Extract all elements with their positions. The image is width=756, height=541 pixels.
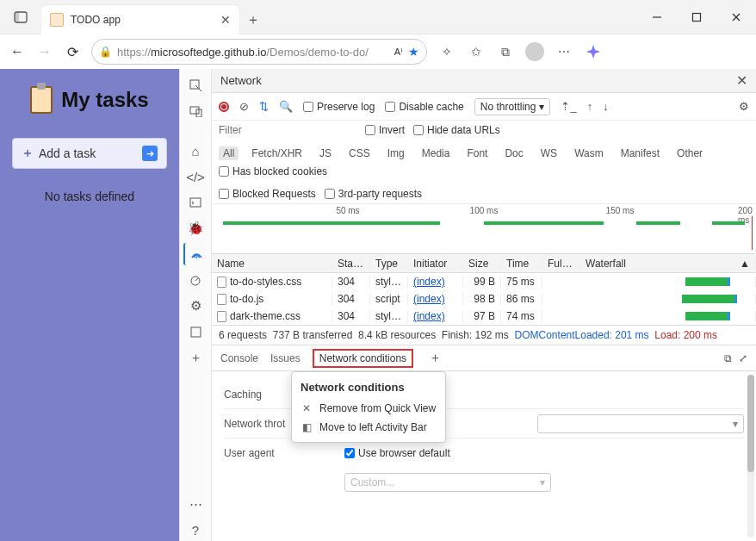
clipboard-icon <box>30 86 53 114</box>
panel-title: Network <box>220 74 262 87</box>
record-button[interactable] <box>219 102 229 112</box>
elements-icon[interactable]: </> <box>183 165 208 188</box>
copilot-icon[interactable] <box>584 42 603 61</box>
filter-input[interactable] <box>219 124 356 136</box>
context-menu-move[interactable]: ◧Move to left Activity Bar <box>292 418 445 437</box>
unpin-icon: ✕ <box>301 402 313 414</box>
use-browser-default-checkbox[interactable]: Use browser default <box>344 447 450 459</box>
col-status[interactable]: Status <box>332 258 370 270</box>
drawer-tab-network-conditions[interactable]: Network conditions <box>313 349 413 368</box>
table-row[interactable]: to-do-styles.css304style...(index)99 B75… <box>212 273 756 290</box>
welcome-icon[interactable]: ⌂ <box>183 140 208 162</box>
expand-icon[interactable]: ⤢ <box>739 352 747 364</box>
url-text: https://microsoftedge.github.io/Demos/de… <box>117 46 389 59</box>
address-bar[interactable]: 🔒 https://microsoftedge.github.io/Demos/… <box>91 39 427 65</box>
drawer-add-tab-button[interactable]: ＋ <box>425 350 445 366</box>
console-icon[interactable] <box>183 191 208 214</box>
filter-css[interactable]: CSS <box>344 146 375 160</box>
throttling-select[interactable]: No throttling ▾ <box>474 98 551 115</box>
new-tab-button[interactable]: ＋ <box>239 5 267 34</box>
devtools-activity-bar: ⌂ </> 🐞 ⚙ ＋ ⋯ ? <box>179 69 212 541</box>
drawer-tab-console[interactable]: Console <box>220 352 258 364</box>
clear-button[interactable]: ⊘ <box>239 100 249 113</box>
back-button[interactable]: ← <box>9 44 26 59</box>
browser-tab[interactable]: TODO app ✕ <box>41 5 239 34</box>
filter-ws[interactable]: WS <box>536 146 561 160</box>
invert-checkbox[interactable]: Invert <box>365 124 405 136</box>
hide-data-urls-checkbox[interactable]: Hide data URLs <box>413 124 500 136</box>
more-tools-icon[interactable]: ＋ <box>183 346 208 369</box>
network-conditions-icon[interactable]: ⇡_ <box>561 100 576 113</box>
window-maximize-button[interactable] <box>677 0 716 34</box>
disable-cache-checkbox[interactable]: Disable cache <box>385 101 463 113</box>
import-har-icon[interactable]: ↑ <box>587 100 593 113</box>
collections-icon[interactable]: ⧉ <box>496 45 515 59</box>
window-minimize-button[interactable] <box>637 0 677 34</box>
preserve-log-checkbox[interactable]: Preserve log <box>303 101 375 113</box>
performance-icon[interactable] <box>183 269 208 291</box>
submit-task-button[interactable]: ➜ <box>142 146 158 161</box>
extensions-icon[interactable]: ✧ <box>437 45 456 59</box>
export-har-icon[interactable]: ↓ <box>603 100 609 113</box>
net-settings-icon[interactable]: ⚙ <box>739 100 749 113</box>
favorite-icon[interactable]: ★ <box>408 45 419 59</box>
add-task-input[interactable]: ＋ Add a task ➜ <box>12 138 167 169</box>
filter-font[interactable]: Font <box>462 146 492 160</box>
lock-icon: 🔒 <box>99 46 112 58</box>
search-icon[interactable]: 🔍 <box>279 100 293 113</box>
svg-point-10 <box>195 257 197 258</box>
filter-other[interactable]: Other <box>672 146 707 160</box>
plus-icon: ＋ <box>22 146 34 161</box>
network-icon[interactable] <box>183 243 208 265</box>
memory-icon[interactable]: ⚙ <box>183 295 208 317</box>
third-party-checkbox[interactable]: 3rd-party requests <box>325 188 422 200</box>
col-fulfilled[interactable]: Fulfil... <box>542 258 580 270</box>
window-close-button[interactable] <box>716 0 756 34</box>
svg-rect-7 <box>190 107 199 114</box>
settings-dots-icon[interactable]: ⋯ <box>183 493 208 515</box>
filter-toggle-icon[interactable]: ⇅ <box>259 100 269 113</box>
blocked-requests-checkbox[interactable]: Blocked Requests <box>219 188 316 200</box>
filter-img[interactable]: Img <box>383 146 409 160</box>
filter-fetch[interactable]: Fetch/XHR <box>247 146 307 160</box>
help-icon[interactable]: ? <box>183 519 208 541</box>
col-size[interactable]: Size <box>463 258 501 270</box>
filter-doc[interactable]: Doc <box>500 146 527 160</box>
svg-rect-3 <box>693 14 701 22</box>
inspect-icon[interactable] <box>183 74 208 96</box>
throttling-select-drawer[interactable]: ▾ <box>537 414 744 433</box>
filter-manifest[interactable]: Manifest <box>617 146 664 160</box>
device-icon[interactable] <box>183 100 208 122</box>
table-row[interactable]: dark-theme.css304style...(index)97 B74 m… <box>212 308 756 325</box>
filter-js[interactable]: JS <box>315 146 336 160</box>
drawer-tab-issues[interactable]: Issues <box>270 352 301 364</box>
col-name[interactable]: Name <box>212 258 332 270</box>
filter-wasm[interactable]: Wasm <box>570 146 608 160</box>
col-waterfall[interactable]: Waterfall▲ <box>580 258 756 270</box>
col-type[interactable]: Type <box>370 258 408 270</box>
read-aloud-icon[interactable]: A⁾ <box>394 47 403 58</box>
drawer-scrollbar[interactable] <box>747 375 754 538</box>
timeline-overview[interactable]: 50 ms 100 ms 150 ms 200 ms <box>212 204 756 254</box>
sources-icon[interactable]: 🐞 <box>183 217 208 239</box>
col-time[interactable]: Time <box>501 258 542 270</box>
svg-rect-1 <box>15 12 19 22</box>
filter-media[interactable]: Media <box>418 146 455 160</box>
has-blocked-cookies-checkbox[interactable]: Has blocked cookies <box>219 165 327 177</box>
col-initiator[interactable]: Initiator <box>408 258 463 270</box>
more-icon[interactable]: ⋯ <box>555 45 573 59</box>
favorites-icon[interactable]: ✩ <box>467 45 486 59</box>
profile-avatar[interactable] <box>525 42 544 61</box>
context-menu-remove[interactable]: ✕Remove from Quick View <box>292 399 445 418</box>
user-agent-select[interactable]: Custom...▾ <box>344 473 551 492</box>
application-icon[interactable] <box>183 320 208 343</box>
filter-all[interactable]: All <box>219 146 239 160</box>
tab-actions-icon[interactable] <box>0 0 41 34</box>
table-row[interactable]: to-do.js304script(index)98 B86 ms <box>212 290 756 308</box>
devtools-close-button[interactable]: ✕ <box>736 72 747 89</box>
close-tab-button[interactable]: ✕ <box>220 13 231 27</box>
user-agent-label: User agent <box>224 447 344 459</box>
dock-icon[interactable]: ⧉ <box>724 352 732 364</box>
refresh-button[interactable]: ⟳ <box>64 44 81 60</box>
page-title: My tasks <box>30 86 148 114</box>
